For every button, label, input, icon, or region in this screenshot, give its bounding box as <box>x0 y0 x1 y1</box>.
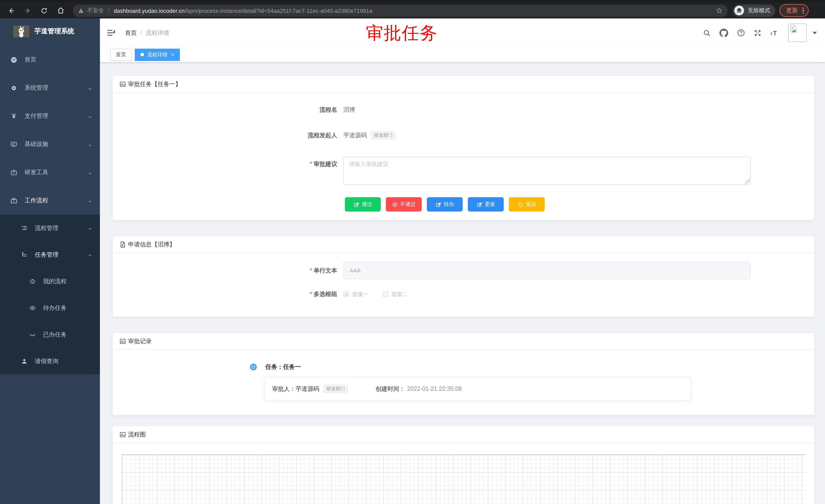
sidebar-item-todo-tasks[interactable]: 待办任务 <box>0 295 100 321</box>
browser-home-button[interactable] <box>55 5 66 16</box>
app-title: 芋道管理系统 <box>34 27 74 36</box>
browser-reload-button[interactable] <box>39 5 49 16</box>
card-title: 审批任务【任务一】 <box>128 80 181 88</box>
chevron-down-icon <box>88 114 92 120</box>
checkbox-group: 选项一 选项二 <box>343 291 407 298</box>
tab-process-detail[interactable]: 流程详情 × <box>135 49 180 61</box>
sidebar-item-infrastructure[interactable]: 基础设施 <box>0 130 100 158</box>
reject-button[interactable]: 不通过 <box>386 197 422 212</box>
sidebar-item-label: 首页 <box>24 56 36 64</box>
incognito-label: 无痕模式 <box>748 7 770 14</box>
approve-button[interactable]: 通过 <box>345 197 381 212</box>
apply-card-header: 申请信息【滔博】 <box>113 236 814 253</box>
navbar-right-menu: TT <box>694 18 817 47</box>
sidebar-collapse-button[interactable] <box>106 28 116 37</box>
sidebar-item-label: 工作流程 <box>24 197 48 204</box>
record-detail-box: 审批人： 芋道源码 研发部门 创建时间： 2022-01-21 22:35:08 <box>265 377 691 401</box>
sidebar-item-home[interactable]: 首页 <box>0 46 100 74</box>
bpmn-diagram-canvas[interactable] <box>122 454 806 504</box>
suggestion-textarea[interactable] <box>343 157 751 185</box>
transfer-button[interactable]: 转办 <box>427 197 463 212</box>
font-size-icon[interactable]: TT <box>770 29 779 36</box>
sidebar-item-system[interactable]: 系统管理 <box>0 74 100 102</box>
url-host: dashboard.yudao.iocoder.cn <box>114 7 184 14</box>
edit-icon <box>436 201 441 207</box>
diagram-card-header: 流程图 <box>113 426 814 443</box>
edit-icon <box>476 201 482 207</box>
incognito-badge: 无痕模式 <box>733 4 775 17</box>
help-icon[interactable] <box>737 29 745 37</box>
address-bar[interactable]: 不安全 dashboard.yudao.iocoder.cn/bpm/proce… <box>73 4 728 17</box>
created-value: 2022-01-21 22:35:08 <box>407 386 462 392</box>
required-marker: * <box>310 291 312 297</box>
suggestion-label: 审批建议 <box>314 161 337 167</box>
record-card-header: 审批记录 <box>113 333 814 350</box>
fullscreen-icon[interactable] <box>754 29 761 36</box>
avatar[interactable] <box>788 23 807 42</box>
chevron-down-icon <box>88 142 92 148</box>
sidebar-item-devtools[interactable]: 研发工具 <box>0 158 100 186</box>
home-icon <box>57 7 64 14</box>
sidebar-item-process-management[interactable]: 流程管理 <box>0 215 100 241</box>
picture-icon <box>120 431 126 438</box>
avatar-caret-icon[interactable] <box>813 31 817 34</box>
sidebar-item-payment[interactable]: ¥ 支付管理 <box>0 102 100 130</box>
incognito-icon <box>734 6 744 15</box>
sidebar-item-leave-query[interactable]: 请假查询 <box>0 348 100 374</box>
browser-back-button[interactable] <box>6 5 16 16</box>
process-name-value: 滔博 <box>343 106 355 114</box>
picture-icon <box>120 81 126 87</box>
sidebar: 芋道管理系统 首页 系统管理 ¥ <box>0 18 100 504</box>
search-icon[interactable] <box>703 29 711 36</box>
breadcrumb-home[interactable]: 首页 <box>125 29 137 36</box>
robot-face-icon <box>29 278 36 285</box>
arrow-left-icon <box>8 7 15 14</box>
return-button[interactable]: 退回 <box>509 197 545 212</box>
sidebar-item-label: 基础设施 <box>24 140 48 148</box>
tab-home[interactable]: 首页 <box>110 49 132 61</box>
chevron-up-icon <box>88 198 92 204</box>
sidebar-logo[interactable]: 芋道管理系统 <box>0 18 100 44</box>
toolbox-icon <box>10 169 17 176</box>
created-label: 创建时间： <box>376 385 405 393</box>
approval-record-card: 审批记录 任务：任务一 审批人： 芋道源码 研发部门 <box>112 332 815 415</box>
browser-toolbar: 不安全 dashboard.yudao.iocoder.cn/bpm/proce… <box>0 0 825 18</box>
sidebar-item-my-process[interactable]: 我的流程 <box>0 268 100 295</box>
initiator-dept-tag: 研发部门 <box>371 131 395 139</box>
picture-icon <box>120 338 126 344</box>
approve-buttons-row: 通过 不通过 转办 委 <box>113 197 814 212</box>
checkbox-option2: 选项二 <box>382 291 407 298</box>
sidebar-item-label: 请假查询 <box>35 357 58 365</box>
github-icon[interactable] <box>720 28 728 37</box>
approver-name: 芋道源码 <box>296 385 319 393</box>
sidebar-item-label: 已办任务 <box>43 331 67 338</box>
hamburger-icon <box>106 28 116 37</box>
sidebar-item-label: 任务管理 <box>35 251 58 258</box>
arrow-right-icon <box>24 7 31 14</box>
single-line-text-input: AAA <box>343 262 751 279</box>
browser-update-button[interactable]: 更新 <box>779 4 808 17</box>
security-warning-icon <box>78 7 84 14</box>
approver-label: 审批人： <box>272 385 296 393</box>
eye-closed-icon <box>29 331 36 338</box>
active-tab-dot <box>140 53 144 56</box>
sidebar-item-task-management[interactable]: 任务管理 <box>0 241 100 268</box>
sidebar-item-done-tasks[interactable]: 已办任务 <box>0 321 100 348</box>
breadcrumb-separator: / <box>140 30 142 36</box>
required-marker: * <box>310 161 312 167</box>
browser-forward-button[interactable] <box>22 5 33 16</box>
chevron-down-icon <box>88 86 92 92</box>
browser-menu-icon[interactable] <box>803 8 804 14</box>
chevron-up-icon <box>88 253 92 259</box>
screen: 不安全 dashboard.yudao.iocoder.cn/bpm/proce… <box>0 0 825 504</box>
broken-image-icon <box>789 24 798 33</box>
close-icon[interactable]: × <box>171 52 174 57</box>
initiator-value: 芋道源码 <box>343 132 367 139</box>
checkbox-unchecked-icon <box>382 291 388 297</box>
sidebar-item-workflow[interactable]: 工作流程 <box>0 186 100 215</box>
card-title: 流程图 <box>128 430 146 438</box>
tags-view: 首页 流程详情 × <box>100 47 825 63</box>
sidebar-item-label: 支付管理 <box>24 112 48 120</box>
delegate-button[interactable]: 委派 <box>468 197 504 212</box>
bookmark-star-icon[interactable] <box>716 7 723 14</box>
